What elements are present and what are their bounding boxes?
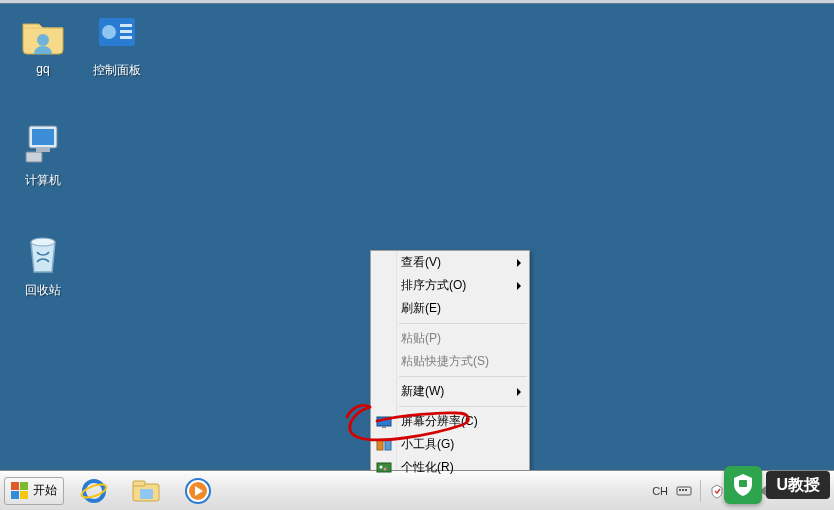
desktop-icon-label: gq xyxy=(8,62,78,76)
recycle-bin-icon xyxy=(19,230,67,278)
svg-rect-31 xyxy=(682,489,684,491)
folder-user-icon xyxy=(19,10,67,58)
desktop-icon-computer[interactable]: 计算机 xyxy=(8,120,78,189)
desktop-icon-user[interactable]: gq xyxy=(8,10,78,76)
tray-separator xyxy=(700,480,701,502)
svg-point-0 xyxy=(37,34,49,46)
svg-point-2 xyxy=(102,25,116,39)
svg-point-17 xyxy=(384,467,387,470)
svg-rect-25 xyxy=(133,481,145,486)
gadgets-icon xyxy=(376,439,392,451)
menu-item-sort[interactable]: 排序方式(O) xyxy=(371,274,529,297)
personalize-icon xyxy=(376,462,392,474)
folder-icon xyxy=(131,478,161,504)
svg-rect-5 xyxy=(120,36,132,39)
svg-rect-14 xyxy=(385,440,391,450)
taskbar-media-player-button[interactable] xyxy=(174,475,222,507)
menu-separator xyxy=(399,406,527,407)
menu-item-gadgets[interactable]: 小工具(G) xyxy=(371,433,529,456)
desktop-icon-label: 回收站 xyxy=(8,282,78,299)
control-panel-icon xyxy=(93,10,141,58)
svg-rect-4 xyxy=(120,30,132,33)
menu-item-paste: 粘贴(P) xyxy=(371,327,529,350)
svg-rect-12 xyxy=(382,426,386,428)
menu-item-refresh[interactable]: 刷新(E) xyxy=(371,297,529,320)
svg-point-16 xyxy=(380,465,383,468)
media-player-icon xyxy=(184,477,212,505)
computer-icon xyxy=(19,120,67,168)
svg-rect-15 xyxy=(377,463,391,472)
desktop-icon-label: 控制面板 xyxy=(82,62,152,79)
svg-rect-3 xyxy=(120,24,132,27)
svg-rect-18 xyxy=(11,482,19,490)
menu-item-resolution[interactable]: 屏幕分辨率(C) xyxy=(371,410,529,433)
start-button[interactable]: 开始 xyxy=(4,477,64,505)
menu-separator xyxy=(399,323,527,324)
svg-rect-11 xyxy=(377,417,391,426)
desktop-icon-control-panel[interactable]: 控制面板 xyxy=(82,10,152,79)
taskbar-ie-button[interactable] xyxy=(70,475,118,507)
svg-rect-13 xyxy=(377,440,383,450)
svg-point-10 xyxy=(31,238,55,246)
menu-item-view[interactable]: 查看(V) xyxy=(371,251,529,274)
monitor-icon xyxy=(376,416,392,428)
svg-rect-19 xyxy=(20,482,28,490)
watermark-badge-icon xyxy=(724,466,762,504)
ime-indicator[interactable]: CH xyxy=(652,485,668,497)
desktop-icon-label: 计算机 xyxy=(8,172,78,189)
svg-rect-7 xyxy=(32,129,54,145)
keyboard-icon[interactable] xyxy=(676,483,692,499)
svg-rect-20 xyxy=(11,491,19,499)
menu-item-new[interactable]: 新建(W) xyxy=(371,380,529,403)
window-border xyxy=(0,0,834,4)
svg-rect-30 xyxy=(679,489,681,491)
svg-rect-35 xyxy=(739,480,747,487)
svg-rect-32 xyxy=(685,489,687,491)
taskbar-explorer-button[interactable] xyxy=(122,475,170,507)
desktop-context-menu: 查看(V) 排序方式(O) 刷新(E) 粘贴(P) 粘贴快捷方式(S) 新建(W… xyxy=(370,250,530,480)
desktop-icon-recycle-bin[interactable]: 回收站 xyxy=(8,230,78,299)
menu-item-personalize[interactable]: 个性化(R) xyxy=(371,456,529,479)
menu-separator xyxy=(399,376,527,377)
svg-rect-21 xyxy=(20,491,28,499)
svg-rect-9 xyxy=(36,148,50,152)
svg-rect-26 xyxy=(140,489,153,499)
ie-icon xyxy=(80,477,108,505)
desktop[interactable]: gq 控制面板 计算机 回收站 查看(V) 排序方式(O) 刷新(E) 粘贴(P… xyxy=(0,0,834,470)
menu-item-paste-shortcut: 粘贴快捷方式(S) xyxy=(371,350,529,373)
watermark: U教授 xyxy=(724,466,830,504)
svg-rect-8 xyxy=(26,152,42,162)
windows-logo-icon xyxy=(11,482,29,500)
action-center-icon[interactable] xyxy=(709,483,725,499)
watermark-text: U教授 xyxy=(766,471,830,499)
start-label: 开始 xyxy=(33,482,57,499)
